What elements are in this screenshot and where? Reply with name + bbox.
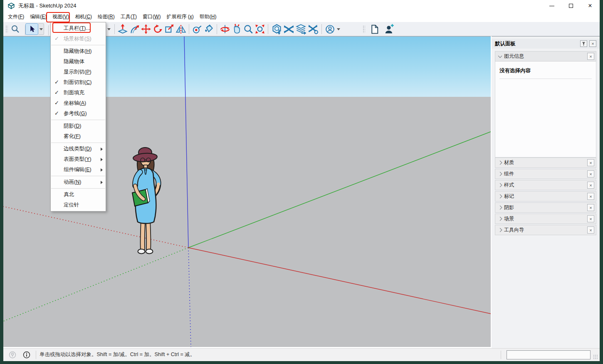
paint-bucket-button[interactable] (203, 23, 215, 35)
geolocation-button[interactable] (7, 349, 18, 361)
view-menu-popup: 工具栏(T)... ✓ 场景标签(S) 隐藏物体(H) 隐藏物体 显示剖切(P)… (50, 22, 106, 212)
resize-grip[interactable] (593, 354, 598, 359)
tape-measure-button[interactable] (191, 23, 203, 35)
menu-item-true-north[interactable]: 真北 (51, 189, 106, 200)
tray-pin-button[interactable] (580, 40, 587, 47)
flip-button[interactable] (175, 23, 187, 35)
menu-extensions[interactable]: 扩展程序 (x) (163, 12, 196, 22)
pin-icon (581, 42, 586, 46)
add-person-button[interactable] (383, 23, 395, 35)
menu-help[interactable]: 帮助(H) (197, 12, 220, 22)
section-close-button[interactable]: × (587, 226, 594, 234)
menu-item-hidden-objects[interactable]: 隐藏物体 (51, 57, 106, 67)
extension-warehouse-icon (283, 24, 294, 35)
menu-item-animation[interactable]: 动画(N) (51, 177, 106, 187)
blue-axis-negative (188, 248, 191, 347)
menu-item-section-cuts[interactable]: ✓ 剖面切割(C) (51, 77, 106, 88)
tray-close-button[interactable]: × (589, 40, 596, 47)
extension-warehouse-button[interactable] (283, 23, 294, 35)
menu-camera[interactable]: 相机(C) (72, 12, 95, 22)
zoom-button[interactable] (242, 23, 254, 35)
section-close-button[interactable]: × (587, 215, 594, 222)
share-model-button[interactable] (294, 23, 307, 35)
rotate-button[interactable] (152, 23, 163, 35)
section-instructor-header[interactable]: 工具向导 × (495, 225, 596, 235)
toolbar-group-file (363, 23, 395, 35)
status-bar: 单击或拖动以选择对象。Shift = 加/减。Ctrl = 加。Shift + … (3, 348, 600, 361)
tray-title-bar[interactable]: 默认面板 × (492, 39, 600, 49)
menu-item-edge-style[interactable]: 边线类型(D) (51, 144, 106, 154)
close-icon: × (589, 172, 592, 177)
section-scenes-header[interactable]: 场景 × (495, 214, 596, 224)
menu-file[interactable]: 文件(F) (5, 12, 27, 22)
section-close-button[interactable]: × (587, 159, 594, 166)
account-button[interactable] (324, 23, 336, 35)
menu-item-guides[interactable]: ✓ 参考线(G) (51, 108, 106, 119)
window-title: 无标题 - SketchUp 2024 (18, 2, 76, 10)
close-button[interactable]: × (581, 0, 600, 12)
zoom-icon (243, 24, 254, 34)
chevron-down-icon (107, 28, 111, 30)
section-close-button[interactable]: × (587, 53, 594, 60)
select-tool-button[interactable] (25, 23, 38, 35)
menu-view[interactable]: 视图(V) (49, 12, 72, 22)
entity-info-body: 没有选择内容 (495, 61, 596, 157)
zoom-extents-button[interactable] (254, 23, 266, 35)
menu-item-component-edit[interactable]: 组件编辑(E) (51, 165, 106, 175)
menu-item-hidden-geometry[interactable]: 隐藏物体(H) (51, 46, 106, 57)
extension-manager-icon (308, 24, 319, 35)
move-button[interactable] (140, 23, 152, 35)
section-tags-header[interactable]: 标记 × (495, 191, 596, 202)
section-close-button[interactable]: × (587, 193, 594, 200)
section-close-button[interactable]: × (587, 204, 594, 211)
measurements-input[interactable] (507, 350, 591, 359)
menu-tools[interactable]: 工具(T) (118, 12, 140, 22)
maximize-button[interactable] (561, 0, 581, 12)
section-styles-header[interactable]: 样式 × (495, 180, 596, 190)
model-info-button[interactable] (21, 349, 32, 361)
share-model-icon (295, 24, 306, 35)
menu-item-section-planes[interactable]: 显示剖切(P) (51, 67, 106, 77)
menu-item-face-style[interactable]: 表面类型(Y) (51, 154, 106, 165)
menu-item-axes[interactable]: ✓ 坐标轴(A) (51, 98, 106, 108)
pan-button[interactable] (231, 23, 242, 35)
offset-button[interactable] (129, 23, 140, 35)
account-dropdown[interactable] (336, 23, 341, 35)
checkmark-icon: ✓ (54, 35, 59, 42)
section-materials-header[interactable]: 材质 × (495, 157, 596, 168)
search-button[interactable] (10, 23, 21, 35)
push-pull-button[interactable] (117, 23, 129, 35)
menu-item-toolbars[interactable]: 工具栏(T)... (51, 23, 106, 34)
toolbar-drag-handle[interactable] (5, 25, 8, 33)
divider (499, 79, 592, 79)
new-document-button[interactable] (368, 23, 380, 35)
menu-window[interactable]: 窗口(W) (140, 12, 163, 22)
menu-item-shadows[interactable]: 阴影(D) (51, 121, 106, 131)
toolbar-drag-handle[interactable] (363, 25, 365, 33)
section-label: 工具向导 (504, 226, 587, 234)
menu-item-fog[interactable]: 雾化(F) (51, 131, 106, 142)
close-icon: × (589, 228, 592, 233)
section-close-button[interactable]: × (587, 182, 594, 189)
minimize-button[interactable] (542, 0, 561, 12)
menu-draw[interactable]: 绘图(R) (95, 12, 118, 22)
add-person-icon (384, 24, 395, 34)
section-components-header[interactable]: 组件 × (495, 169, 596, 179)
orbit-button[interactable] (219, 23, 231, 35)
minimize-icon (549, 6, 554, 6)
close-icon: × (588, 2, 592, 9)
scale-button[interactable] (163, 23, 175, 35)
menu-item-section-fill[interactable]: ✓ 剖面填充 (51, 88, 106, 98)
zoom-extents-icon (255, 24, 265, 34)
extension-manager-button[interactable] (307, 23, 319, 35)
tools-dropdown[interactable] (106, 23, 112, 35)
menu-item-scene-tabs[interactable]: ✓ 场景标签(S) (51, 34, 106, 44)
menu-item-pin[interactable]: 定位针 (51, 200, 106, 210)
select-tool-dropdown[interactable] (38, 23, 44, 35)
section-entity-info-header[interactable]: 图元信息 × (495, 51, 596, 61)
menu-edit[interactable]: 编辑(E) (27, 12, 49, 22)
section-shadows-header[interactable]: 阴影 × (495, 202, 596, 213)
scale-figure-person[interactable] (121, 146, 171, 255)
section-close-button[interactable]: × (587, 170, 594, 177)
3d-warehouse-button[interactable] (270, 23, 283, 35)
